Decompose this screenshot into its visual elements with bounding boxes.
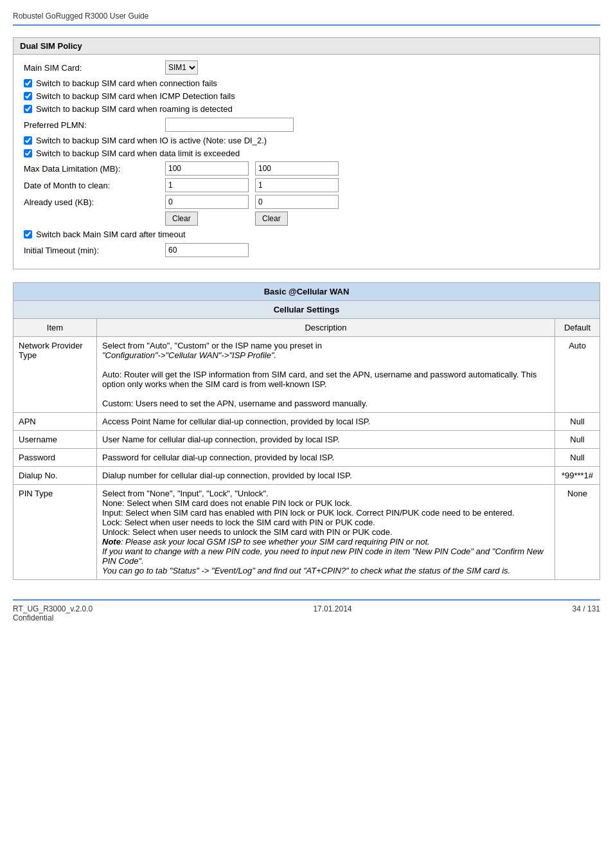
cb-io-active[interactable] (24, 136, 32, 145)
np-desc-4: Custom: Users need to set the APN, usern… (102, 399, 368, 408)
cell-network-provider-item: Network Provider Type (13, 337, 97, 413)
max-data-input-2[interactable] (255, 161, 339, 176)
col-header-item: Item (13, 319, 97, 337)
np-desc-2: "Configuration"->"Cellular WAN"->"ISP Pr… (102, 350, 276, 360)
date-input-1[interactable] (165, 178, 249, 192)
used-label: Already used (KB): (24, 197, 165, 207)
pin-desc-2: None: Select when SIM card does not enab… (102, 498, 352, 508)
cell-dialup-item: Dialup No. (13, 467, 97, 485)
cell-dialup-default: *99***1# (555, 467, 600, 485)
cell-network-provider-desc: Select from "Auto", "Custom" or the ISP … (97, 337, 555, 413)
cellular-table-title: Basic @Cellular WAN (13, 283, 600, 301)
cell-username-desc: User Name for cellular dial-up connectio… (97, 431, 555, 449)
date-label: Date of Month to clean: (24, 181, 165, 190)
pin-desc-3: Input: Select when SIM card has enabled … (102, 508, 515, 518)
cb-switch-back[interactable] (24, 230, 32, 239)
footer-date: 17.01.2014 (313, 604, 351, 622)
document-header: Robustel GoRugged R3000 User Guide (13, 6, 600, 26)
cb-data-limit[interactable] (24, 149, 32, 158)
cb-icmp-fails-label: Switch to backup SIM card when ICMP Dete… (36, 91, 235, 101)
cell-pin-type-desc: Select from "None", "Input", "Lock", "Un… (97, 485, 555, 580)
max-data-label: Max Data Limitation (MB): (24, 164, 165, 174)
footer-version: RT_UG_R3000_v.2.0.0 (13, 604, 93, 613)
dual-sim-policy-section: Dual SIM Policy Main SIM Card: SIM1 SIM2… (13, 37, 600, 269)
cell-pin-type-default: None (555, 485, 600, 580)
clear-button-2[interactable]: Clear (255, 212, 288, 226)
timeout-row: Initial Timeout (min): (24, 242, 589, 258)
cell-password-desc: Password for cellular dial-up connection… (97, 449, 555, 467)
cell-pin-type-item: PIN Type (13, 485, 97, 580)
np-desc-1: Select from "Auto", "Custom" or the ISP … (102, 341, 322, 350)
plmn-row: Preferred PLMN: (24, 117, 589, 132)
cell-password-item: Password (13, 449, 97, 467)
cb-icmp-fails[interactable] (24, 92, 32, 100)
cell-username-item: Username (13, 431, 97, 449)
clear-buttons-row: Clear Clear (24, 212, 589, 226)
checkbox-row-5: Switch to backup SIM card when data limi… (24, 149, 589, 158)
table-row-dialup: Dialup No. Dialup number for cellular di… (13, 467, 600, 485)
cb-connection-fails-label: Switch to backup SIM card when connectio… (36, 78, 217, 88)
pin-desc-6: Note: Please ask your local GSM ISP to s… (102, 537, 430, 547)
used-input-2[interactable] (255, 195, 339, 209)
footer-left: RT_UG_R3000_v.2.0.0 Confidential (13, 604, 93, 622)
document-title: Robustel GoRugged R3000 User Guide (13, 12, 148, 21)
date-input-2[interactable] (255, 178, 339, 192)
plmn-input[interactable] (165, 118, 294, 132)
pin-desc-1: Select from "None", "Input", "Lock", "Un… (102, 489, 269, 498)
cell-apn-default: Null (555, 413, 600, 431)
footer-page: 34 / 131 (573, 604, 600, 622)
checkbox-row-4: Switch to backup SIM card when IO is act… (24, 136, 589, 145)
pin-desc-4: Lock: Select when user needs to lock the… (102, 518, 375, 527)
cb-roaming-label: Switch to backup SIM card when roaming i… (36, 104, 233, 114)
pin-desc-8: You can go to tab "Status" -> "Event/Log… (102, 566, 510, 575)
cb-data-limit-label: Switch to backup SIM card when data limi… (36, 149, 240, 158)
checkbox-row-2: Switch to backup SIM card when ICMP Dete… (24, 91, 589, 101)
table-row-apn: APN Access Point Name for cellular dial-… (13, 413, 600, 431)
table-row-network-provider: Network Provider Type Select from "Auto"… (13, 337, 600, 413)
footer-confidential: Confidential (13, 613, 93, 622)
timeout-label: Initial Timeout (min): (24, 246, 165, 255)
cb-io-active-label: Switch to backup SIM card when IO is act… (36, 136, 267, 145)
clear-button-1[interactable]: Clear (165, 212, 198, 226)
plmn-label: Preferred PLMN: (24, 120, 165, 130)
cb-switch-back-label: Switch back Main SIM card after timeout (36, 230, 186, 239)
main-sim-row: Main SIM Card: SIM1 SIM2 (24, 60, 589, 75)
switch-back-row: Switch back Main SIM card after timeout (24, 230, 589, 239)
table-row-password: Password Password for cellular dial-up c… (13, 449, 600, 467)
col-header-default: Default (555, 319, 600, 337)
max-data-input-1[interactable] (165, 161, 249, 176)
main-sim-select[interactable]: SIM1 SIM2 (165, 60, 198, 75)
table-row-username: Username User Name for cellular dial-up … (13, 431, 600, 449)
used-row: Already used (KB): (24, 195, 589, 209)
date-row: Date of Month to clean: (24, 178, 589, 192)
cb-roaming[interactable] (24, 105, 32, 113)
checkbox-row-3: Switch to backup SIM card when roaming i… (24, 104, 589, 114)
cell-apn-item: APN (13, 413, 97, 431)
table-row-pin-type: PIN Type Select from "None", "Input", "L… (13, 485, 600, 580)
pin-desc-7: If you want to change with a new PIN cod… (102, 547, 544, 566)
col-header-desc: Description (97, 319, 555, 337)
max-data-row: Max Data Limitation (MB): (24, 161, 589, 176)
np-desc-3: Auto: Router will get the ISP informatio… (102, 370, 537, 389)
cell-network-provider-default: Auto (555, 337, 600, 413)
cell-password-default: Null (555, 449, 600, 467)
checkbox-row-1: Switch to backup SIM card when connectio… (24, 78, 589, 88)
sim-policy-title: Dual SIM Policy (13, 38, 600, 55)
main-sim-label: Main SIM Card: (24, 63, 165, 73)
cell-username-default: Null (555, 431, 600, 449)
cellular-table-subtitle: Cellular Settings (13, 301, 600, 319)
cb-connection-fails[interactable] (24, 79, 32, 87)
cellular-wan-table: Basic @Cellular WAN Cellular Settings It… (13, 282, 600, 580)
cell-dialup-desc: Dialup number for cellular dial-up conne… (97, 467, 555, 485)
used-input-1[interactable] (165, 195, 249, 209)
document-footer: RT_UG_R3000_v.2.0.0 Confidential 17.01.2… (13, 599, 600, 622)
timeout-input[interactable] (165, 243, 249, 257)
pin-desc-5: Unlock: Select when user needs to unlock… (102, 527, 393, 537)
cell-apn-desc: Access Point Name for cellular dial-up c… (97, 413, 555, 431)
sim-policy-body: Main SIM Card: SIM1 SIM2 Switch to backu… (13, 55, 600, 269)
